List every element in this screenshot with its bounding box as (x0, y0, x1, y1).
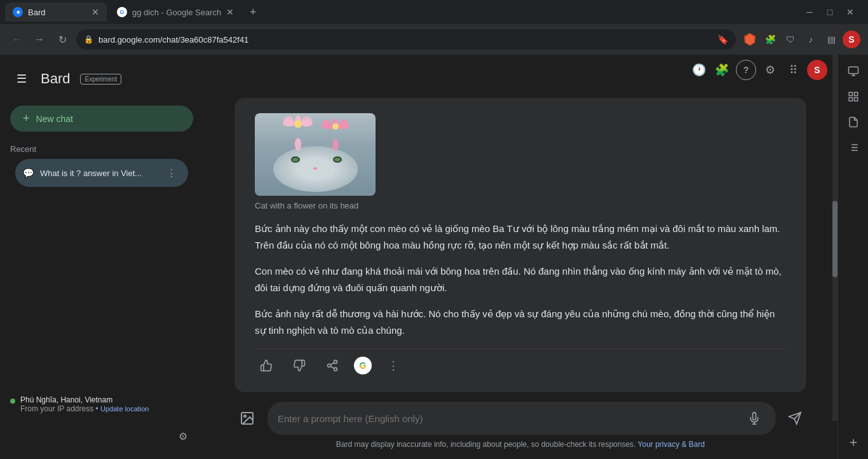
tab-google[interactable]: G gg dich - Google Search ✕ (109, 3, 241, 22)
apps-grid-icon[interactable]: ⠿ (784, 61, 802, 79)
scrollbar-track (832, 55, 837, 421)
user-profile-button[interactable]: S (807, 60, 827, 80)
right-panel-icon-1[interactable] (842, 60, 865, 83)
right-panel (837, 55, 868, 459)
svg-point-2 (334, 367, 337, 371)
google-favicon: G (117, 7, 127, 17)
location-dot (10, 399, 15, 404)
send-button[interactable] (783, 407, 806, 430)
sidebar-header: ☰ Bard Experiment (0, 62, 203, 100)
settings-button[interactable]: ⚙ (173, 426, 193, 446)
more-dots-icon: ⋮ (388, 359, 399, 373)
share-button[interactable] (321, 354, 344, 377)
svg-rect-14 (849, 92, 852, 95)
privacy-link[interactable]: Your privacy & Bard (638, 440, 705, 449)
help-icon[interactable]: ? (736, 60, 756, 80)
cat-image (255, 113, 376, 196)
google-search-button[interactable]: G (354, 357, 372, 374)
chat-history-item[interactable]: 💬 What is it ? answer in Viet... ⋮ (15, 159, 188, 187)
main-content: 🕐 🧩 ? ⚙ ⠿ S (203, 55, 837, 459)
app-title: Bard (41, 71, 70, 87)
right-panel-icon-4[interactable] (842, 136, 865, 159)
right-panel-add-button[interactable] (842, 431, 865, 454)
tab-google-title: gg dich - Google Search (132, 8, 221, 17)
nav-actions: 🧩 🛡 ♪ ▤ S (741, 31, 860, 48)
prompt-area: Bard may display inaccurate info, includ… (203, 394, 837, 459)
more-actions-button[interactable]: ⋮ (382, 354, 405, 377)
minimize-button[interactable]: ─ (802, 4, 817, 20)
svg-point-1 (328, 364, 331, 367)
prompt-input-wrapper (268, 402, 776, 435)
microphone-button[interactable] (743, 407, 766, 430)
tab-bard[interactable]: ★ Bard ✕ (5, 3, 107, 22)
sidebar-footer: Phú Nghĩa, Hanoi, Vietnam From your IP a… (0, 388, 203, 421)
new-tab-button[interactable]: + (244, 3, 262, 21)
prompt-input[interactable] (278, 413, 735, 424)
disclaimer-text: Bard may display inaccurate info, includ… (336, 440, 636, 449)
experiment-badge: Experiment (80, 74, 121, 85)
bookmark-icon[interactable]: 🔖 (717, 34, 728, 45)
address-text: bard.google.com/chat/3ea60c87fa542f41 (98, 35, 712, 45)
bard-response-card: Cat with a flower on its head Bức ảnh nà… (234, 98, 806, 392)
close-button[interactable]: ✕ (843, 4, 858, 20)
extensions-icon[interactable]: 🧩 (713, 61, 731, 79)
settings-gear-icon[interactable]: ⚙ (761, 61, 779, 79)
svg-rect-11 (848, 67, 858, 74)
tab-bard-title: Bard (28, 8, 45, 17)
top-header: 🕐 🧩 ? ⚙ ⠿ S (203, 55, 837, 85)
recent-label: Recent (10, 144, 193, 154)
history-icon[interactable]: 🕐 (690, 61, 708, 79)
plus-icon: + (23, 112, 30, 125)
more-options-icon[interactable]: ⋮ (163, 164, 180, 182)
separator: • (96, 404, 101, 413)
thumbs-down-button[interactable] (288, 354, 311, 377)
svg-point-0 (334, 360, 337, 364)
maximize-button[interactable]: □ (822, 4, 837, 20)
response-paragraph-2: Con mèo có vẻ như đang khá thoải mái với… (255, 263, 786, 296)
sidebar: ☰ Bard Experiment + New chat Recent 💬 Wh… (0, 55, 203, 459)
response-paragraph-3: Bức ảnh này rất dễ thương và hài hước. N… (255, 306, 786, 338)
sidebar-toggle-icon[interactable]: ▤ (822, 31, 840, 48)
new-chat-label: New chat (36, 114, 73, 124)
window-controls: ─ □ ✕ (802, 4, 863, 20)
scrollbar-thumb[interactable] (832, 201, 837, 277)
address-actions: 🔖 (717, 34, 728, 45)
address-bar[interactable]: 🔒 bard.google.com/chat/3ea60c87fa542f41 … (76, 29, 736, 50)
back-button[interactable]: ← (8, 31, 25, 48)
update-location-link[interactable]: Update location (100, 405, 149, 413)
profile-circle[interactable]: S (843, 31, 860, 48)
new-chat-button[interactable]: + New chat (10, 106, 193, 132)
disclaimer: Bard may display inaccurate info, includ… (234, 435, 806, 454)
thumbs-up-button[interactable] (255, 354, 278, 377)
prompt-container: Bard may display inaccurate info, includ… (234, 402, 806, 454)
bard-favicon: ★ (13, 7, 23, 17)
svg-line-3 (330, 366, 334, 368)
location-info: Phú Nghĩa, Hanoi, Vietnam From your IP a… (10, 395, 193, 413)
reload-button[interactable]: ↻ (53, 31, 71, 48)
response-paragraph-1: Bức ảnh này cho thấy một con mèo có vẻ l… (255, 221, 786, 253)
hamburger-button[interactable]: ☰ (10, 67, 33, 90)
tab-bard-close[interactable]: ✕ (92, 7, 99, 17)
recent-section: Recent 💬 What is it ? answer in Viet... … (0, 137, 203, 193)
lock-icon: 🔒 (84, 35, 93, 44)
forward-button[interactable]: → (31, 31, 48, 48)
chat-icon: 💬 (23, 168, 34, 178)
music-icon[interactable]: ♪ (802, 31, 820, 48)
extension-icon[interactable]: 🧩 (761, 31, 779, 48)
chat-container: Cat with a flower on its head Bức ảnh nà… (234, 98, 806, 392)
svg-rect-16 (849, 98, 852, 101)
brave-icon (741, 31, 759, 48)
browser-chrome: ★ Bard ✕ G gg dich - Google Search ✕ + ─… (0, 0, 868, 55)
right-panel-icon-3[interactable] (842, 111, 865, 134)
svg-point-6 (244, 415, 246, 417)
image-attach-button[interactable] (234, 406, 260, 431)
svg-rect-15 (854, 92, 857, 95)
right-panel-icon-2[interactable] (842, 85, 865, 108)
chat-area: Cat with a flower on its head Bức ảnh nà… (203, 85, 837, 394)
svg-line-4 (330, 362, 334, 364)
response-actions: G ⋮ (255, 348, 786, 377)
image-container: Cat with a flower on its head (255, 113, 786, 210)
tab-google-close[interactable]: ✕ (226, 7, 234, 17)
tab-bar: ★ Bard ✕ G gg dich - Google Search ✕ + ─… (0, 0, 868, 24)
location-ip: From your IP address • Update location (20, 404, 149, 413)
